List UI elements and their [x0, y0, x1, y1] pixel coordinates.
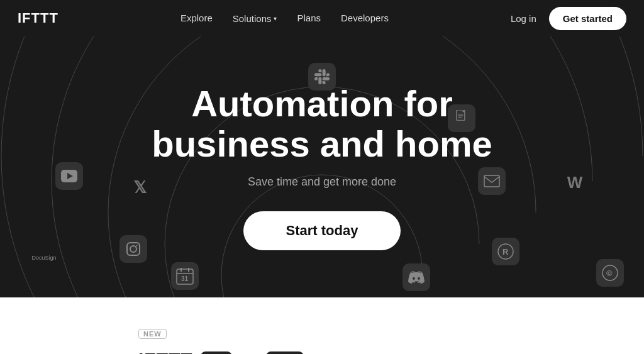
svg-text:R: R [502, 247, 509, 257]
coinbase-icon: © [596, 259, 624, 287]
svg-rect-6 [127, 243, 140, 255]
nav-links: Explore Solutions ▾ Plans Developers [180, 13, 389, 24]
navbar: IFTTT Explore Solutions ▾ Plans Develope… [0, 0, 644, 36]
start-today-button[interactable]: Start today [243, 211, 401, 250]
remind-icon: R [492, 238, 519, 265]
hero-content: Automation for business and home Save ti… [152, 84, 492, 250]
webflow-icon: W [561, 169, 589, 196]
new-badge: NEW [138, 329, 167, 339]
nav-link-developers[interactable]: Developers [341, 13, 389, 23]
svg-point-7 [130, 246, 136, 252]
lower-section: NEW IFTTT Pro and Pro+ [0, 297, 644, 354]
nav-link-solutions[interactable]: Solutions ▾ [233, 13, 277, 24]
hero-subtitle: Save time and get more done [152, 175, 492, 189]
nav-item-plans[interactable]: Plans [297, 13, 321, 24]
nav-link-plans[interactable]: Plans [297, 13, 321, 23]
instagram-icon [119, 235, 147, 263]
svg-text:©: © [606, 268, 613, 278]
nav-item-explore[interactable]: Explore [180, 13, 213, 24]
docusign-icon: DocuSign [30, 244, 58, 272]
chevron-down-icon: ▾ [274, 15, 277, 22]
youtube-icon [55, 162, 83, 190]
nav-link-explore[interactable]: Explore [180, 13, 213, 23]
proplus-badge: Pro+ [266, 351, 304, 354]
hero-title: Automation for business and home [152, 84, 492, 164]
gdocs-icon [448, 104, 475, 132]
nav-item-solutions[interactable]: Solutions ▾ [233, 13, 277, 24]
pro-badge: Pro [201, 351, 233, 354]
slack-icon [308, 63, 336, 91]
get-started-button[interactable]: Get started [549, 7, 626, 30]
twitter-x-icon: 𝕏 [126, 174, 153, 201]
nav-item-developers[interactable]: Developers [341, 13, 389, 24]
product-line: IFTTT Pro and Pro+ [138, 349, 506, 354]
discord-icon [402, 263, 430, 291]
svg-rect-14 [484, 175, 499, 187]
svg-point-8 [136, 245, 138, 246]
calendar-icon: 31 [171, 262, 199, 290]
svg-text:31: 31 [181, 275, 189, 282]
product-logo: IFTTT [138, 349, 193, 354]
login-link[interactable]: Log in [511, 13, 536, 24]
nav-cta: Log in Get started [511, 7, 626, 30]
hero-section: 𝕏 DocuSign 31 W R © Automation for busin… [0, 36, 644, 297]
logo[interactable]: IFTTT [18, 10, 58, 26]
gmail-icon [478, 167, 506, 195]
